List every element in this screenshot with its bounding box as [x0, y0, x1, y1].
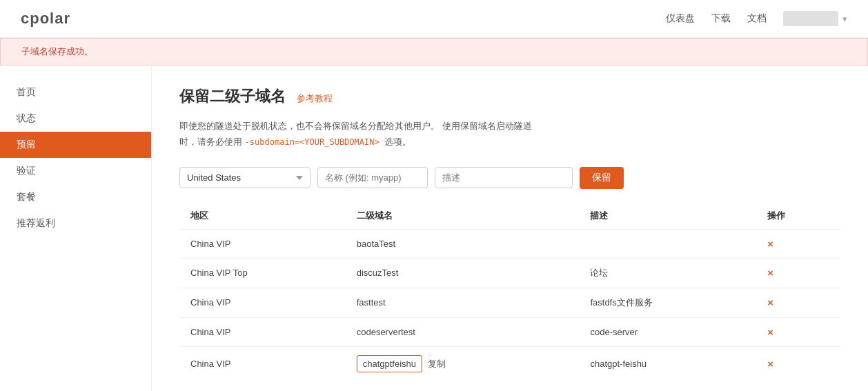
delete-button[interactable]: × — [767, 238, 773, 250]
ref-link[interactable]: 参考教程 — [297, 92, 333, 105]
success-message: 子域名保存成功。 — [21, 46, 93, 57]
table-row: China VIPfasttestfastdfs文件服务× — [179, 288, 840, 317]
col-action: 操作 — [756, 203, 840, 230]
description: 即使您的隧道处于脱机状态，也不会将保留域名分配给其他用户。 使用保留域名启动隧道… — [179, 118, 662, 150]
nav-dashboard[interactable]: 仪表盘 — [666, 12, 695, 25]
table-row: China VIPcodeservertestcode-server× — [179, 317, 840, 346]
col-description: 描述 — [579, 203, 756, 230]
copy-button[interactable]: 复制 — [428, 358, 446, 370]
nav-docs[interactable]: 文档 — [747, 12, 767, 25]
success-banner: 子域名保存成功。 — [0, 38, 868, 66]
cell-desc-3: code-server — [579, 317, 756, 346]
data-table: 地区 二级域名 描述 操作 China VIPbaotaTest×China V… — [179, 203, 840, 381]
nav-download[interactable]: 下载 — [711, 12, 731, 25]
sidebar-item-verify[interactable]: 验证 — [0, 158, 151, 184]
cell-subdomain-2: fasttest — [346, 288, 580, 317]
page-title: 保留二级子域名 — [179, 86, 286, 107]
cell-action-4: × — [756, 346, 840, 381]
table-row: China VIPbaotaTest× — [179, 229, 840, 258]
highlighted-subdomain: chatgptfeishu — [357, 355, 422, 372]
table-row: China VIPchatgptfeishu复制chatgpt-feishu× — [179, 346, 840, 381]
cell-desc-0 — [579, 229, 756, 258]
user-dropdown-icon[interactable]: ▾ — [842, 14, 847, 24]
sidebar-item-referral[interactable]: 推荐返利 — [0, 210, 151, 237]
cell-region-4: China VIP — [179, 346, 346, 381]
delete-button[interactable]: × — [767, 297, 773, 308]
sidebar-item-reserve[interactable]: 预留 — [0, 132, 151, 158]
desc-code: -subdomain=<YOUR_SUBDOMAIN> — [245, 137, 384, 147]
desc-input[interactable] — [435, 167, 573, 188]
desc-line3: 选项。 — [384, 137, 411, 147]
col-region: 地区 — [179, 203, 346, 230]
cell-region-3: China VIP — [179, 317, 346, 346]
sidebar-item-home[interactable]: 首页 — [0, 79, 151, 106]
cell-desc-2: fastdfs文件服务 — [579, 288, 756, 317]
main-content: 保留二级子域名 参考教程 即使您的隧道处于脱机状态，也不会将保留域名分配给其他用… — [152, 66, 868, 391]
cell-region-2: China VIP — [179, 288, 346, 317]
page-title-area: 保留二级子域名 参考教程 — [179, 86, 840, 107]
user-area[interactable]: ▾ — [783, 11, 847, 26]
header: cpolar 仪表盘 下载 文档 ▾ — [0, 0, 868, 38]
cell-desc-1: 论坛 — [579, 258, 756, 288]
sidebar: 首页 状态 预留 验证 套餐 推荐返利 — [0, 66, 152, 391]
header-nav: 仪表盘 下载 文档 ▾ — [666, 11, 847, 26]
cell-action-3: × — [756, 317, 840, 346]
desc-line1: 即使您的隧道处于脱机状态，也不会将保留域名分配给其他用户。 使用保留域名启动隧道 — [179, 121, 532, 131]
sidebar-item-package[interactable]: 套餐 — [0, 184, 151, 210]
cell-region-1: China VIP Top — [179, 258, 346, 288]
form-row: United States China China VIP China VIP … — [179, 167, 840, 189]
cell-region-0: China VIP — [179, 229, 346, 258]
region-select[interactable]: United States China China VIP China VIP … — [179, 167, 310, 188]
save-button[interactable]: 保留 — [580, 167, 624, 189]
layout: 首页 状态 预留 验证 套餐 推荐返利 保留二级子域名 参考教程 即使您的隧道处… — [0, 66, 868, 391]
table-row: China VIP TopdiscuzTest论坛× — [179, 258, 840, 288]
logo: cpolar — [21, 10, 70, 28]
col-subdomain: 二级域名 — [346, 203, 580, 230]
user-avatar — [783, 11, 838, 26]
cell-subdomain-1: discuzTest — [346, 258, 580, 288]
cell-subdomain-0: baotaTest — [346, 229, 580, 258]
delete-button[interactable]: × — [767, 358, 773, 370]
cell-subdomain-4: chatgptfeishu复制 — [346, 346, 580, 381]
cell-action-0: × — [756, 229, 840, 258]
name-input[interactable] — [317, 167, 428, 188]
cell-action-2: × — [756, 288, 840, 317]
desc-line2: 时，请务必使用 — [179, 137, 242, 147]
sidebar-item-status[interactable]: 状态 — [0, 106, 151, 132]
cell-desc-4: chatgpt-feishu — [579, 346, 756, 381]
cell-action-1: × — [756, 258, 840, 288]
delete-button[interactable]: × — [767, 267, 773, 279]
delete-button[interactable]: × — [767, 326, 773, 338]
cell-subdomain-3: codeservertest — [346, 317, 580, 346]
table-header-row: 地区 二级域名 描述 操作 — [179, 203, 840, 230]
